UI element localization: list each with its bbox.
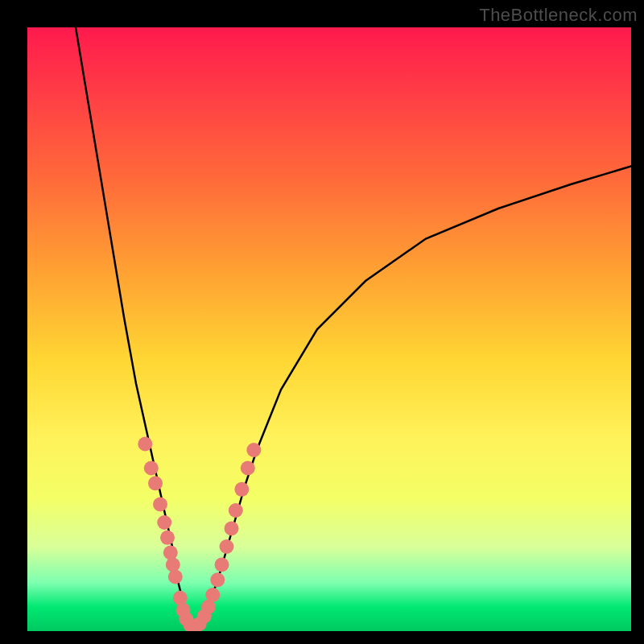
chart-plot-area — [27, 27, 631, 631]
sample-dot — [220, 539, 234, 554]
sample-dot — [163, 546, 178, 560]
sample-dot — [166, 558, 180, 572]
sample-dots-group — [138, 437, 261, 632]
bottleneck-curve — [76, 27, 631, 628]
sample-dot — [205, 588, 220, 602]
sample-dot — [160, 530, 175, 545]
sample-dot — [241, 461, 255, 476]
sample-dot — [144, 461, 159, 476]
sample-dot — [153, 497, 167, 512]
sample-dot — [234, 482, 249, 497]
sample-dot — [157, 515, 171, 530]
sample-dot — [229, 503, 243, 518]
sample-dot — [168, 570, 183, 584]
sample-dot — [246, 443, 261, 457]
sample-dot — [138, 437, 152, 452]
chart-svg — [27, 27, 631, 631]
watermark-text: TheBottleneck.com — [479, 5, 638, 26]
sample-dot — [210, 572, 225, 587]
chart-frame: TheBottleneck.com — [0, 0, 644, 644]
sample-dot — [148, 476, 163, 490]
sample-dot — [215, 558, 229, 572]
sample-dot — [173, 591, 188, 605]
sample-dot — [225, 522, 239, 536]
